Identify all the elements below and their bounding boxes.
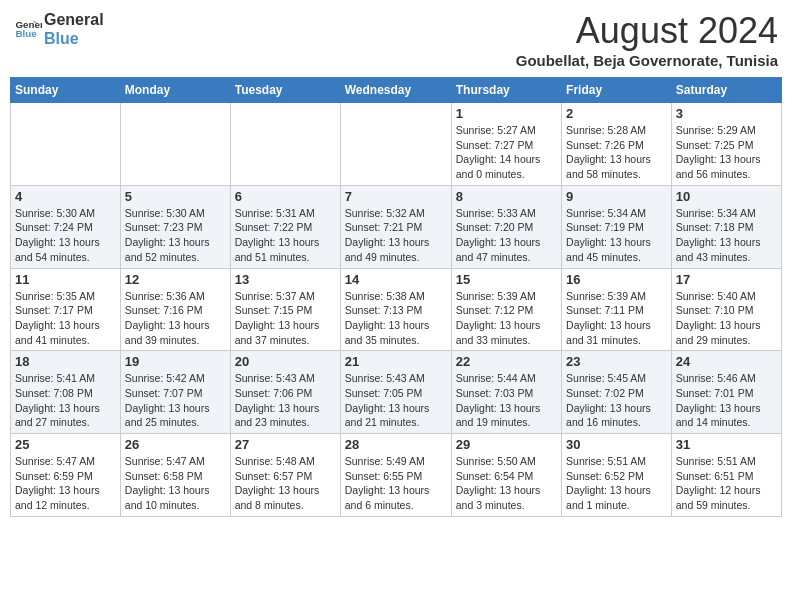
calendar-cell: 26Sunrise: 5:47 AMSunset: 6:58 PMDayligh… [120,434,230,517]
day-info: Sunrise: 5:51 AMSunset: 6:51 PMDaylight:… [676,454,777,513]
month-year-title: August 2024 [516,10,778,52]
day-number: 21 [345,354,447,369]
day-number: 16 [566,272,667,287]
day-info: Sunrise: 5:31 AMSunset: 7:22 PMDaylight:… [235,206,336,265]
calendar-cell: 11Sunrise: 5:35 AMSunset: 7:17 PMDayligh… [11,268,121,351]
day-number: 20 [235,354,336,369]
calendar-cell: 25Sunrise: 5:47 AMSunset: 6:59 PMDayligh… [11,434,121,517]
calendar-cell [340,103,451,186]
calendar-cell: 10Sunrise: 5:34 AMSunset: 7:18 PMDayligh… [671,185,781,268]
day-info: Sunrise: 5:43 AMSunset: 7:05 PMDaylight:… [345,371,447,430]
day-number: 7 [345,189,447,204]
day-number: 18 [15,354,116,369]
week-row-3: 11Sunrise: 5:35 AMSunset: 7:17 PMDayligh… [11,268,782,351]
week-row-1: 1Sunrise: 5:27 AMSunset: 7:27 PMDaylight… [11,103,782,186]
calendar-cell: 8Sunrise: 5:33 AMSunset: 7:20 PMDaylight… [451,185,561,268]
day-number: 28 [345,437,447,452]
calendar-cell: 27Sunrise: 5:48 AMSunset: 6:57 PMDayligh… [230,434,340,517]
calendar-table: SundayMondayTuesdayWednesdayThursdayFrid… [10,77,782,517]
day-info: Sunrise: 5:33 AMSunset: 7:20 PMDaylight:… [456,206,557,265]
day-info: Sunrise: 5:37 AMSunset: 7:15 PMDaylight:… [235,289,336,348]
day-number: 5 [125,189,226,204]
day-info: Sunrise: 5:41 AMSunset: 7:08 PMDaylight:… [15,371,116,430]
weekday-header-tuesday: Tuesday [230,78,340,103]
day-number: 23 [566,354,667,369]
calendar-cell: 19Sunrise: 5:42 AMSunset: 7:07 PMDayligh… [120,351,230,434]
calendar-cell: 15Sunrise: 5:39 AMSunset: 7:12 PMDayligh… [451,268,561,351]
day-number: 29 [456,437,557,452]
day-info: Sunrise: 5:28 AMSunset: 7:26 PMDaylight:… [566,123,667,182]
day-number: 3 [676,106,777,121]
page-header: General Blue General Blue August 2024 Go… [10,10,782,69]
day-info: Sunrise: 5:32 AMSunset: 7:21 PMDaylight:… [345,206,447,265]
day-number: 1 [456,106,557,121]
day-number: 10 [676,189,777,204]
logo-general: General [44,10,104,29]
day-info: Sunrise: 5:49 AMSunset: 6:55 PMDaylight:… [345,454,447,513]
calendar-cell: 12Sunrise: 5:36 AMSunset: 7:16 PMDayligh… [120,268,230,351]
day-info: Sunrise: 5:44 AMSunset: 7:03 PMDaylight:… [456,371,557,430]
day-info: Sunrise: 5:42 AMSunset: 7:07 PMDaylight:… [125,371,226,430]
day-number: 12 [125,272,226,287]
day-info: Sunrise: 5:47 AMSunset: 6:58 PMDaylight:… [125,454,226,513]
day-info: Sunrise: 5:46 AMSunset: 7:01 PMDaylight:… [676,371,777,430]
day-info: Sunrise: 5:40 AMSunset: 7:10 PMDaylight:… [676,289,777,348]
day-info: Sunrise: 5:27 AMSunset: 7:27 PMDaylight:… [456,123,557,182]
day-info: Sunrise: 5:36 AMSunset: 7:16 PMDaylight:… [125,289,226,348]
weekday-header-row: SundayMondayTuesdayWednesdayThursdayFrid… [11,78,782,103]
calendar-cell: 20Sunrise: 5:43 AMSunset: 7:06 PMDayligh… [230,351,340,434]
day-number: 30 [566,437,667,452]
day-number: 24 [676,354,777,369]
logo-blue: Blue [44,29,104,48]
calendar-cell: 6Sunrise: 5:31 AMSunset: 7:22 PMDaylight… [230,185,340,268]
calendar-cell: 17Sunrise: 5:40 AMSunset: 7:10 PMDayligh… [671,268,781,351]
location-subtitle: Goubellat, Beja Governorate, Tunisia [516,52,778,69]
calendar-cell: 18Sunrise: 5:41 AMSunset: 7:08 PMDayligh… [11,351,121,434]
logo: General Blue General Blue [14,10,104,48]
day-info: Sunrise: 5:38 AMSunset: 7:13 PMDaylight:… [345,289,447,348]
week-row-4: 18Sunrise: 5:41 AMSunset: 7:08 PMDayligh… [11,351,782,434]
day-number: 26 [125,437,226,452]
weekday-header-friday: Friday [562,78,672,103]
calendar-cell: 30Sunrise: 5:51 AMSunset: 6:52 PMDayligh… [562,434,672,517]
calendar-cell: 3Sunrise: 5:29 AMSunset: 7:25 PMDaylight… [671,103,781,186]
logo-icon: General Blue [14,15,42,43]
calendar-cell [120,103,230,186]
day-info: Sunrise: 5:48 AMSunset: 6:57 PMDaylight:… [235,454,336,513]
day-number: 6 [235,189,336,204]
day-info: Sunrise: 5:45 AMSunset: 7:02 PMDaylight:… [566,371,667,430]
day-number: 22 [456,354,557,369]
day-info: Sunrise: 5:43 AMSunset: 7:06 PMDaylight:… [235,371,336,430]
weekday-header-wednesday: Wednesday [340,78,451,103]
day-info: Sunrise: 5:50 AMSunset: 6:54 PMDaylight:… [456,454,557,513]
day-info: Sunrise: 5:39 AMSunset: 7:12 PMDaylight:… [456,289,557,348]
day-number: 8 [456,189,557,204]
day-number: 11 [15,272,116,287]
calendar-cell: 9Sunrise: 5:34 AMSunset: 7:19 PMDaylight… [562,185,672,268]
calendar-cell: 22Sunrise: 5:44 AMSunset: 7:03 PMDayligh… [451,351,561,434]
calendar-cell [11,103,121,186]
calendar-cell: 29Sunrise: 5:50 AMSunset: 6:54 PMDayligh… [451,434,561,517]
day-number: 17 [676,272,777,287]
day-number: 2 [566,106,667,121]
calendar-cell: 21Sunrise: 5:43 AMSunset: 7:05 PMDayligh… [340,351,451,434]
day-number: 13 [235,272,336,287]
weekday-header-thursday: Thursday [451,78,561,103]
calendar-cell: 31Sunrise: 5:51 AMSunset: 6:51 PMDayligh… [671,434,781,517]
calendar-cell: 5Sunrise: 5:30 AMSunset: 7:23 PMDaylight… [120,185,230,268]
weekday-header-monday: Monday [120,78,230,103]
weekday-header-sunday: Sunday [11,78,121,103]
day-info: Sunrise: 5:51 AMSunset: 6:52 PMDaylight:… [566,454,667,513]
day-info: Sunrise: 5:30 AMSunset: 7:24 PMDaylight:… [15,206,116,265]
day-number: 15 [456,272,557,287]
day-number: 19 [125,354,226,369]
day-info: Sunrise: 5:34 AMSunset: 7:18 PMDaylight:… [676,206,777,265]
day-info: Sunrise: 5:39 AMSunset: 7:11 PMDaylight:… [566,289,667,348]
week-row-5: 25Sunrise: 5:47 AMSunset: 6:59 PMDayligh… [11,434,782,517]
calendar-cell: 2Sunrise: 5:28 AMSunset: 7:26 PMDaylight… [562,103,672,186]
calendar-cell: 28Sunrise: 5:49 AMSunset: 6:55 PMDayligh… [340,434,451,517]
calendar-cell: 16Sunrise: 5:39 AMSunset: 7:11 PMDayligh… [562,268,672,351]
day-number: 31 [676,437,777,452]
calendar-cell: 7Sunrise: 5:32 AMSunset: 7:21 PMDaylight… [340,185,451,268]
calendar-cell: 23Sunrise: 5:45 AMSunset: 7:02 PMDayligh… [562,351,672,434]
